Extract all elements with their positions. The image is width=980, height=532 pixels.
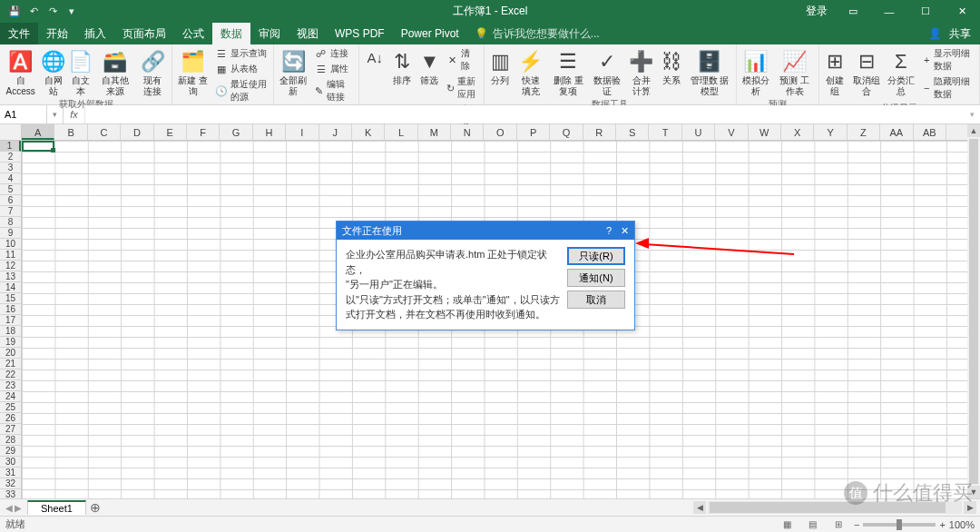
dialog-help-icon[interactable]: ? — [606, 225, 612, 237]
row-header-20[interactable]: 20 — [0, 348, 21, 359]
view-layout-icon[interactable]: ▤ — [803, 518, 823, 531]
vertical-scrollbar[interactable]: ▲ ▼ — [967, 124, 980, 498]
properties-button[interactable]: ☰属性 — [312, 62, 356, 76]
col-header-AB[interactable]: AB — [914, 124, 946, 140]
col-header-M[interactable]: M — [418, 124, 451, 140]
col-header-G[interactable]: G — [220, 124, 252, 140]
notify-button[interactable]: 通知(N) — [567, 269, 625, 287]
expand-formula-icon[interactable]: ▾ — [964, 105, 980, 123]
select-all-corner[interactable] — [0, 124, 22, 141]
reapply-button[interactable]: ↻重新应用 — [444, 74, 481, 102]
row-header-22[interactable]: 22 — [0, 369, 21, 380]
col-header-D[interactable]: D — [121, 124, 153, 140]
sheet-next-icon[interactable]: ▶ — [15, 503, 22, 513]
row-headers[interactable]: 1234567891011121314151617181920212223242… — [0, 141, 22, 498]
sort-button[interactable]: ⇅排序 — [389, 46, 415, 88]
minimize-icon[interactable]: — — [871, 0, 907, 23]
maximize-icon[interactable]: ☐ — [907, 0, 944, 23]
row-header-24[interactable]: 24 — [0, 391, 21, 402]
sort-asc-button[interactable]: A↓ — [362, 46, 387, 68]
selected-cell[interactable] — [22, 141, 54, 152]
col-header-S[interactable]: S — [616, 124, 649, 140]
from-other-button[interactable]: 🗃️自其他来源 — [95, 46, 134, 98]
col-header-Z[interactable]: Z — [848, 124, 880, 140]
col-header-W[interactable]: W — [749, 124, 781, 140]
edit-links-button[interactable]: ✎编辑链接 — [312, 77, 356, 104]
formula-input[interactable] — [85, 105, 964, 123]
whatif-button[interactable]: 📊模拟分析 — [740, 46, 772, 98]
cancel-button[interactable]: 取消 — [567, 291, 625, 309]
scroll-thumb[interactable] — [969, 139, 978, 484]
show-detail-button[interactable]: +显示明细数据 — [919, 46, 976, 74]
col-header-AA[interactable]: AA — [880, 124, 913, 140]
group-rows-button[interactable]: ⊞创建组 — [822, 46, 848, 98]
col-header-O[interactable]: O — [484, 124, 516, 140]
tab-layout[interactable]: 页面布局 — [114, 23, 174, 44]
dialog-title-bar[interactable]: 文件正在使用 ? ✕ — [337, 222, 634, 240]
relations-button[interactable]: ⛓关系 — [659, 46, 684, 88]
view-normal-icon[interactable]: ▦ — [778, 518, 798, 531]
forecast-button[interactable]: 📈预测 工作表 — [774, 46, 816, 98]
row-header-12[interactable]: 12 — [0, 261, 21, 271]
zoom-slider[interactable] — [863, 523, 936, 527]
ribbon-options-icon[interactable]: ▭ — [835, 0, 871, 23]
col-header-L[interactable]: L — [385, 124, 417, 140]
row-header-28[interactable]: 28 — [0, 435, 21, 446]
col-header-K[interactable]: K — [352, 124, 385, 140]
redo-icon[interactable]: ↷ — [45, 5, 60, 19]
tab-powerpivot[interactable]: Power Pivot — [393, 23, 467, 44]
row-header-23[interactable]: 23 — [0, 380, 21, 391]
column-headers[interactable]: ABCDEFGHIJKLMNOPQRSTUVWXYZAAAB — [22, 124, 980, 141]
col-header-I[interactable]: I — [286, 124, 318, 140]
col-header-U[interactable]: U — [682, 124, 715, 140]
row-header-15[interactable]: 15 — [0, 293, 21, 304]
tab-home[interactable]: 开始 — [38, 23, 76, 44]
row-header-19[interactable]: 19 — [0, 337, 21, 348]
col-header-R[interactable]: R — [583, 124, 616, 140]
tab-insert[interactable]: 插入 — [76, 23, 114, 44]
tab-view[interactable]: 视图 — [289, 23, 327, 44]
tab-file[interactable]: 文件 — [0, 23, 38, 44]
row-header-5[interactable]: 5 — [0, 184, 21, 195]
tab-wpspdf[interactable]: WPS PDF — [327, 23, 393, 44]
text-to-columns-button[interactable]: ▥分列 — [487, 46, 513, 88]
col-header-Y[interactable]: Y — [814, 124, 847, 140]
remove-dup-button[interactable]: ☰删除 重复项 — [548, 46, 588, 98]
row-header-13[interactable]: 13 — [0, 271, 21, 282]
from-web-button[interactable]: 🌐自网站 — [40, 46, 65, 98]
col-header-B[interactable]: B — [54, 124, 87, 140]
existing-conn-button[interactable]: 🔗现有连接 — [136, 46, 169, 98]
row-header-27[interactable]: 27 — [0, 424, 21, 435]
view-pagebreak-icon[interactable]: ⊞ — [828, 518, 848, 531]
row-header-4[interactable]: 4 — [0, 173, 21, 184]
new-query-button[interactable]: 🗂️新建 查询 — [175, 46, 211, 98]
tell-me-search[interactable]: 💡 告诉我您想要做什么... — [467, 23, 607, 44]
zoom-percent[interactable]: 100% — [949, 519, 975, 530]
share-button[interactable]: 共享 — [949, 26, 971, 42]
row-header-8[interactable]: 8 — [0, 217, 21, 228]
row-header-7[interactable]: 7 — [0, 206, 21, 217]
row-header-32[interactable]: 32 — [0, 478, 21, 489]
fx-button[interactable]: fx — [64, 105, 85, 123]
refresh-all-button[interactable]: 🔄全部刷新 — [277, 46, 310, 98]
row-header-10[interactable]: 10 — [0, 239, 21, 250]
data-model-button[interactable]: 🗄️管理数 据模型 — [686, 46, 732, 98]
sheet-nav[interactable]: ◀▶ — [0, 503, 27, 513]
clear-filter-button[interactable]: ✕清除 — [444, 46, 481, 74]
tab-data[interactable]: 数据 — [212, 23, 250, 44]
ungroup-button[interactable]: ⊟取消组合 — [849, 46, 882, 98]
from-access-button[interactable]: 🅰️自 Access — [3, 46, 38, 98]
show-queries-button[interactable]: ☰显示查询 — [212, 46, 270, 61]
save-icon[interactable]: 💾 — [7, 5, 22, 19]
sheet-prev-icon[interactable]: ◀ — [5, 503, 13, 513]
filter-button[interactable]: ▼筛选 — [416, 46, 442, 88]
col-header-P[interactable]: P — [517, 124, 550, 140]
data-validation-button[interactable]: ✓数据验 证 — [590, 46, 623, 98]
row-header-30[interactable]: 30 — [0, 457, 21, 468]
col-header-T[interactable]: T — [649, 124, 681, 140]
sheet-tab-active[interactable]: Sheet1 — [27, 500, 86, 515]
col-header-J[interactable]: J — [319, 124, 352, 140]
row-header-14[interactable]: 14 — [0, 282, 21, 293]
name-box[interactable]: A1 — [0, 105, 47, 123]
login-link[interactable]: 登录 — [799, 4, 835, 19]
